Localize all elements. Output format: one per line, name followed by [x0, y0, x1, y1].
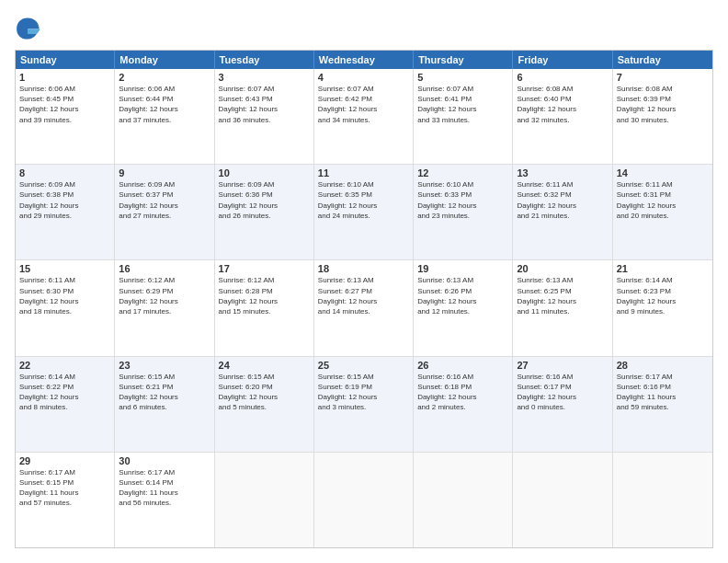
day-number: 6	[517, 72, 608, 83]
cell-2-2: 9Sunrise: 6:09 AM Sunset: 6:37 PM Daylig…	[115, 165, 214, 259]
week-row-1: 1Sunrise: 6:06 AM Sunset: 6:45 PM Daylig…	[16, 69, 712, 165]
calendar: Sunday Monday Tuesday Wednesday Thursday…	[15, 50, 713, 548]
cell-3-5: 19Sunrise: 6:13 AM Sunset: 6:26 PM Dayli…	[414, 260, 513, 355]
week-row-5: 29Sunrise: 6:17 AM Sunset: 6:15 PM Dayli…	[16, 453, 712, 547]
day-number: 2	[119, 72, 210, 83]
logo-icon	[15, 15, 40, 40]
day-info: Sunrise: 6:06 AM Sunset: 6:45 PM Dayligh…	[19, 84, 110, 125]
day-number: 24	[219, 360, 310, 371]
cell-3-1: 15Sunrise: 6:11 AM Sunset: 6:30 PM Dayli…	[16, 260, 115, 355]
header-tuesday: Tuesday	[215, 51, 314, 69]
day-info: Sunrise: 6:12 AM Sunset: 6:28 PM Dayligh…	[219, 275, 310, 316]
day-info: Sunrise: 6:12 AM Sunset: 6:29 PM Dayligh…	[119, 275, 210, 316]
day-number: 9	[119, 167, 210, 178]
day-info: Sunrise: 6:11 AM Sunset: 6:32 PM Dayligh…	[517, 179, 608, 221]
day-info: Sunrise: 6:09 AM Sunset: 6:38 PM Dayligh…	[19, 179, 110, 221]
day-number: 21	[617, 263, 709, 274]
day-info: Sunrise: 6:07 AM Sunset: 6:43 PM Dayligh…	[219, 84, 310, 125]
cell-3-6: 20Sunrise: 6:13 AM Sunset: 6:25 PM Dayli…	[513, 260, 612, 355]
cell-5-5	[414, 453, 513, 547]
header	[15, 15, 713, 40]
day-info: Sunrise: 6:15 AM Sunset: 6:19 PM Dayligh…	[318, 372, 409, 413]
day-number: 30	[119, 455, 210, 466]
cell-5-2: 30Sunrise: 6:17 AM Sunset: 6:14 PM Dayli…	[115, 453, 214, 547]
cell-2-4: 11Sunrise: 6:10 AM Sunset: 6:35 PM Dayli…	[314, 165, 414, 259]
cell-4-4: 25Sunrise: 6:15 AM Sunset: 6:19 PM Dayli…	[314, 357, 414, 452]
cell-1-4: 4Sunrise: 6:07 AM Sunset: 6:42 PM Daylig…	[314, 69, 414, 164]
day-info: Sunrise: 6:11 AM Sunset: 6:30 PM Dayligh…	[19, 275, 110, 316]
day-number: 8	[19, 167, 110, 178]
day-number: 15	[19, 263, 110, 274]
cell-2-6: 13Sunrise: 6:11 AM Sunset: 6:32 PM Dayli…	[513, 165, 612, 259]
day-info: Sunrise: 6:14 AM Sunset: 6:22 PM Dayligh…	[19, 372, 110, 413]
day-info: Sunrise: 6:16 AM Sunset: 6:17 PM Dayligh…	[517, 372, 608, 413]
cell-1-6: 6Sunrise: 6:08 AM Sunset: 6:40 PM Daylig…	[513, 69, 612, 164]
cell-2-7: 14Sunrise: 6:11 AM Sunset: 6:31 PM Dayli…	[613, 165, 712, 259]
cell-5-6	[513, 453, 612, 547]
day-number: 27	[517, 360, 608, 371]
day-info: Sunrise: 6:10 AM Sunset: 6:35 PM Dayligh…	[318, 179, 409, 221]
day-info: Sunrise: 6:16 AM Sunset: 6:18 PM Dayligh…	[417, 372, 508, 413]
day-number: 1	[19, 72, 110, 83]
day-number: 5	[417, 72, 508, 83]
week-row-2: 8Sunrise: 6:09 AM Sunset: 6:38 PM Daylig…	[16, 165, 712, 260]
day-number: 18	[318, 263, 409, 274]
cell-1-3: 3Sunrise: 6:07 AM Sunset: 6:43 PM Daylig…	[215, 69, 314, 164]
day-number: 7	[617, 72, 709, 83]
day-number: 14	[617, 167, 709, 178]
cell-3-7: 21Sunrise: 6:14 AM Sunset: 6:23 PM Dayli…	[613, 260, 712, 355]
day-number: 28	[617, 360, 709, 371]
day-number: 17	[219, 263, 310, 274]
day-info: Sunrise: 6:17 AM Sunset: 6:15 PM Dayligh…	[19, 467, 110, 509]
cell-1-1: 1Sunrise: 6:06 AM Sunset: 6:45 PM Daylig…	[16, 69, 115, 164]
day-number: 22	[19, 360, 110, 371]
header-thursday: Thursday	[414, 51, 513, 69]
cell-3-2: 16Sunrise: 6:12 AM Sunset: 6:29 PM Dayli…	[115, 260, 214, 355]
cell-5-1: 29Sunrise: 6:17 AM Sunset: 6:15 PM Dayli…	[16, 453, 115, 547]
cell-4-2: 23Sunrise: 6:15 AM Sunset: 6:21 PM Dayli…	[115, 357, 214, 452]
cell-5-3	[215, 453, 314, 547]
page: Sunday Monday Tuesday Wednesday Thursday…	[0, 0, 728, 563]
cell-5-7	[613, 453, 712, 547]
day-info: Sunrise: 6:08 AM Sunset: 6:39 PM Dayligh…	[617, 84, 709, 125]
day-info: Sunrise: 6:15 AM Sunset: 6:21 PM Dayligh…	[119, 372, 210, 413]
day-info: Sunrise: 6:06 AM Sunset: 6:44 PM Dayligh…	[119, 84, 210, 125]
cell-4-6: 27Sunrise: 6:16 AM Sunset: 6:17 PM Dayli…	[513, 357, 612, 452]
day-info: Sunrise: 6:08 AM Sunset: 6:40 PM Dayligh…	[517, 84, 608, 125]
cell-4-1: 22Sunrise: 6:14 AM Sunset: 6:22 PM Dayli…	[16, 357, 115, 452]
day-info: Sunrise: 6:13 AM Sunset: 6:26 PM Dayligh…	[417, 275, 508, 316]
day-info: Sunrise: 6:07 AM Sunset: 6:42 PM Dayligh…	[318, 84, 409, 125]
logo	[15, 15, 44, 40]
cell-2-5: 12Sunrise: 6:10 AM Sunset: 6:33 PM Dayli…	[414, 165, 513, 259]
day-number: 25	[318, 360, 409, 371]
header-friday: Friday	[513, 51, 612, 69]
day-info: Sunrise: 6:11 AM Sunset: 6:31 PM Dayligh…	[617, 179, 709, 221]
cell-1-5: 5Sunrise: 6:07 AM Sunset: 6:41 PM Daylig…	[414, 69, 513, 164]
day-info: Sunrise: 6:14 AM Sunset: 6:23 PM Dayligh…	[617, 275, 709, 316]
cell-4-7: 28Sunrise: 6:17 AM Sunset: 6:16 PM Dayli…	[613, 357, 712, 452]
day-number: 10	[219, 167, 310, 178]
cell-4-5: 26Sunrise: 6:16 AM Sunset: 6:18 PM Dayli…	[414, 357, 513, 452]
day-number: 26	[417, 360, 508, 371]
cell-1-7: 7Sunrise: 6:08 AM Sunset: 6:39 PM Daylig…	[613, 69, 712, 164]
day-info: Sunrise: 6:13 AM Sunset: 6:27 PM Dayligh…	[318, 275, 409, 316]
week-row-4: 22Sunrise: 6:14 AM Sunset: 6:22 PM Dayli…	[16, 357, 712, 453]
day-info: Sunrise: 6:15 AM Sunset: 6:20 PM Dayligh…	[219, 372, 310, 413]
day-number: 19	[417, 263, 508, 274]
day-number: 4	[318, 72, 409, 83]
header-monday: Monday	[115, 51, 214, 69]
header-sunday: Sunday	[16, 51, 115, 69]
day-info: Sunrise: 6:10 AM Sunset: 6:33 PM Dayligh…	[417, 179, 508, 221]
day-number: 3	[219, 72, 310, 83]
day-info: Sunrise: 6:09 AM Sunset: 6:37 PM Dayligh…	[119, 179, 210, 221]
cell-1-2: 2Sunrise: 6:06 AM Sunset: 6:44 PM Daylig…	[115, 69, 214, 164]
day-info: Sunrise: 6:17 AM Sunset: 6:16 PM Dayligh…	[617, 372, 709, 413]
calendar-body: 1Sunrise: 6:06 AM Sunset: 6:45 PM Daylig…	[16, 69, 712, 547]
calendar-header: Sunday Monday Tuesday Wednesday Thursday…	[16, 51, 712, 69]
cell-5-4	[314, 453, 414, 547]
day-number: 12	[417, 167, 508, 178]
header-wednesday: Wednesday	[314, 51, 414, 69]
day-number: 16	[119, 263, 210, 274]
header-saturday: Saturday	[613, 51, 712, 69]
cell-3-4: 18Sunrise: 6:13 AM Sunset: 6:27 PM Dayli…	[314, 260, 414, 355]
